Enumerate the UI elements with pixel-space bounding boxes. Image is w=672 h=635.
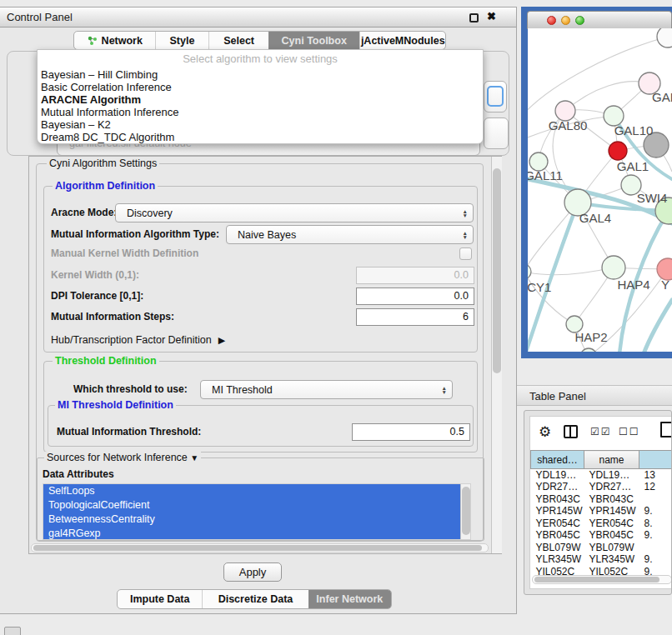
column-header-name[interactable]: name [584,451,639,469]
mi-threshold-field[interactable]: 0.5 [352,423,470,441]
table-cell[interactable]: YER054C [531,518,584,530]
table-cell[interactable]: 9. [639,553,672,566]
dropdown-item[interactable]: Bayesian – Hill Climbing [38,68,483,81]
columns-icon[interactable] [564,425,578,438]
mini-corner-button[interactable] [4,627,21,635]
apply-button[interactable]: Apply [223,562,282,582]
table-cell[interactable]: YBL079W [531,542,584,554]
column-header-clipped[interactable] [639,451,672,469]
mi-type-select[interactable]: Naive Bayes ▲▼ [226,225,474,244]
dpi-tolerance-field[interactable]: 0.0 [356,288,474,305]
dpi-tolerance-label: DPI Tolerance [0,1]: [51,288,143,305]
dropdown-item[interactable]: Dream8 DC_TDC Algorithm [38,131,483,143]
table-cell[interactable]: YDR27… [531,481,584,493]
tab-impute-data[interactable]: Impute Data [118,590,202,608]
close-window-icon[interactable] [547,16,556,25]
table-cell[interactable]: YLR345W [584,553,639,566]
table-cell[interactable]: YBR043C [531,493,584,506]
hidden-combo-button-2[interactable] [484,118,509,149]
tab-infer-network[interactable]: Infer Network [308,590,391,608]
table-cell[interactable]: YBL079W [584,542,639,554]
stepper-icon: ▲▼ [463,204,468,222]
node-label: SWI4 [637,191,668,205]
table-cell[interactable]: YPR145W [584,505,639,518]
float-icon[interactable] [469,13,479,22]
table-cell[interactable]: YBR043C [584,493,639,506]
settings-scrollbar[interactable] [491,157,502,553]
table-cell[interactable]: YER054C [584,518,639,530]
network-nodes [528,28,672,352]
mi-threshold-label: Mutual Information Threshold: [57,423,201,441]
network-labels: GAL GAL80 GAL10 GAL1 GAL11 SWI4 GAL4 GCY… [528,90,672,344]
export-table-icon[interactable] [660,422,672,438]
manual-kernel-width-label: Manual Kernel Width Definition [51,248,198,260]
minimize-window-icon[interactable] [561,16,570,25]
manual-kernel-width-checkbox[interactable] [459,248,472,260]
dropdown-item[interactable]: Bayesian – K2 [38,118,483,131]
dropdown-item[interactable]: Basic Correlation Inference [38,81,483,93]
algorithm-dropdown: Select algorithm to view settings Bayesi… [37,49,484,144]
close-icon[interactable]: ✖ [487,10,496,22]
list-item[interactable]: TopologicalCoefficient [43,498,470,512]
mi-steps-field[interactable]: 6 [356,308,474,326]
table-cell[interactable]: YPR145W [531,505,584,518]
dropdown-item-selected[interactable]: ARACNE Algorithm [38,93,483,106]
table-cell[interactable] [639,493,672,506]
table-cell[interactable]: 13 [639,469,672,482]
which-threshold-select[interactable]: MI Threshold ▲▼ [200,380,453,399]
list-item[interactable]: gal4RGexp [43,527,470,540]
kernel-width-field: 0.0 [356,267,474,284]
tab-infer-network-label: Infer Network [316,593,383,605]
hub-definition-expander[interactable]: Hub/Transcription Factor Definition▶ [51,332,225,348]
tab-jactivemnodules[interactable]: jActiveMNodules [359,32,445,49]
group-title: Cyni Algorithm Settings [47,158,159,169]
table-cell[interactable]: YLR345W [531,553,584,566]
table-row[interactable]: YDL19…YDL19…13 [531,469,672,482]
tab-impute-data-label: Impute Data [130,593,190,605]
table-cell[interactable]: YBR045C [531,529,584,542]
column-header-shared-name[interactable]: shared… [531,451,584,469]
tab-style[interactable]: Style [155,32,209,49]
table-row[interactable]: YDR27…YDR27…12 [531,481,672,493]
table-cell[interactable]: YDR27… [584,481,639,493]
tab-cyni-toolbox[interactable]: Cyni Toolbox [268,32,360,49]
table-cell[interactable]: YDL19… [584,469,639,482]
table-hscrollbar[interactable] [532,575,672,584]
list-item[interactable]: SelfLoops [43,484,470,498]
table-row[interactable]: YER054CYER054C8. [531,518,672,530]
table-cell[interactable]: YDL19… [531,469,584,482]
table-cell[interactable] [639,542,672,554]
table-row[interactable]: YPR145WYPR145W9. [531,505,672,518]
tab-discretize-data[interactable]: Discretize Data [202,590,308,608]
mi-steps-label: Mutual Information Steps: [51,308,174,326]
network-canvas[interactable]: GAL GAL80 GAL10 GAL1 GAL11 SWI4 GAL4 GCY… [528,28,672,352]
tab-select[interactable]: Select [208,32,268,49]
deselect-all-checkboxes-icon[interactable]: ☐☐ [619,426,640,438]
table-panel-header: Table Panel [517,385,672,406]
table-cell[interactable]: 12 [639,481,672,493]
table-row[interactable]: YBR043CYBR043C [531,493,672,506]
list-scrollbar[interactable] [460,484,470,540]
table-cell[interactable]: 9. [639,529,672,542]
zoom-window-icon[interactable] [575,16,584,25]
table-row[interactable]: YBR045CYBR045C9. [531,529,672,542]
mi-threshold-group: MI Threshold Definition Mutual Informati… [48,405,474,447]
node-label: HAP2 [574,330,607,344]
select-all-checkboxes-icon[interactable]: ☑☑ [590,426,612,438]
table-row[interactable]: YBL079WYBL079W [531,542,672,554]
table-cell[interactable]: 9. [639,505,672,518]
tab-network[interactable]: Network [74,32,155,49]
table-row[interactable]: YLR345WYLR345W9. [531,553,672,566]
settings-hscrollbar[interactable] [31,543,489,552]
list-item[interactable]: BetweennessCentrality [43,512,470,527]
gear-icon[interactable]: ⚙ [539,423,551,441]
table-cell[interactable]: 8. [639,518,672,530]
focus-ring [487,86,504,107]
table-panel: ⚙ ☑☑ ☐☐ shared… name YDL19…YDL19…13YDR27… [524,410,672,595]
aracne-mode-select[interactable]: Discovery ▲▼ [115,203,474,222]
table-cell[interactable]: YBR045C [584,529,639,542]
hidden-combo-button[interactable] [484,81,507,112]
dropdown-item[interactable]: Mutual Information Inference [38,106,483,118]
bottom-tabs: Impute Data Discretize Data Infer Networ… [117,589,392,609]
sources-legend[interactable]: Sources for Network Inference ▼ [44,452,201,463]
